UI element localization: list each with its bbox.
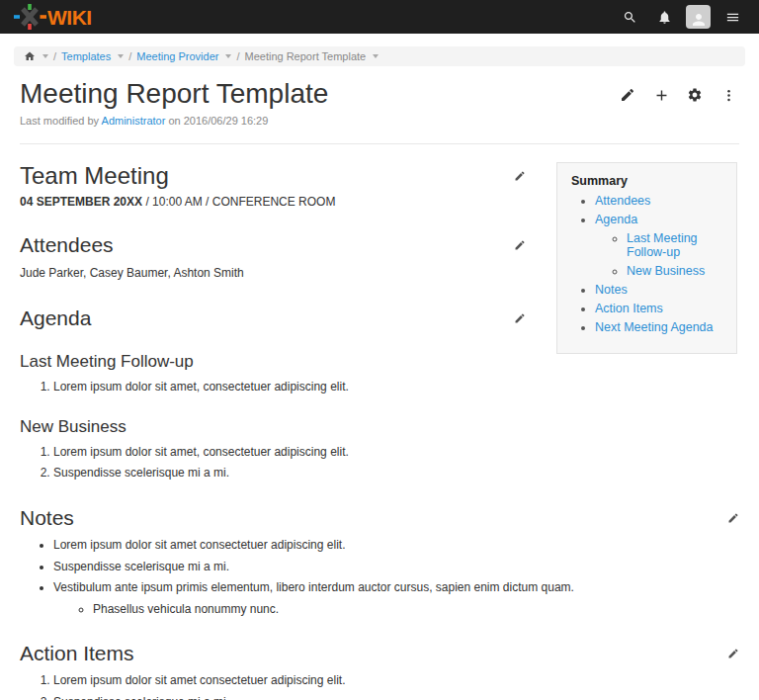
section-heading: Attendees [20, 233, 114, 257]
breadcrumb: / Templates / Meeting Provider / Meeting… [14, 46, 745, 66]
section-attendees: Attendees Jude Parker, Casey Baumer, Ash… [20, 233, 526, 282]
notes-sublist: Phasellus vehicula nonummy nunc. [53, 602, 739, 618]
xwiki-x-logo-icon [14, 4, 46, 30]
summary-link-notes[interactable]: Notes [595, 283, 628, 297]
section-last-meeting-follow-up: Last Meeting Follow-up Lorem ipsum dolor… [20, 352, 739, 395]
list-item: Action Items [595, 302, 726, 315]
breadcrumb-separator: / [53, 50, 56, 62]
section-heading: Notes [20, 506, 74, 530]
breadcrumb-item-current: Meeting Report Template [244, 50, 366, 62]
section-heading: Action Items [20, 642, 134, 665]
templates-caret-icon[interactable] [118, 54, 124, 58]
edit-page-button[interactable] [617, 84, 638, 106]
search-icon[interactable] [617, 4, 642, 30]
modified-user-link[interactable]: Administrator [102, 115, 166, 127]
new-business-list: Lorem ipsum dolor sit amet, consectetuer… [20, 445, 739, 481]
summary-link-agenda[interactable]: Agenda [595, 213, 637, 226]
last-meeting-follow-up-list: Lorem ipsum dolor sit amet, consectetuer… [20, 380, 739, 395]
page-title: Meeting Report Template [20, 78, 328, 110]
summary-link-last-meeting-follow-up[interactable]: Last Meeting Follow-up [627, 231, 698, 259]
meeting-time-location: / 10:00 AM / CONFERENCE ROOM [142, 195, 335, 209]
meeting-date-line: 04 SEPTEMBER 20XX / 10:00 AM / CONFERENC… [20, 195, 526, 209]
summary-link-attendees[interactable]: Attendees [595, 194, 650, 208]
list-item: New Business [627, 264, 726, 278]
list-item: Lorem ipsum dolor sit amet consectetuer … [53, 538, 739, 554]
summary-title: Summary [571, 174, 726, 188]
edit-section-icon[interactable] [514, 239, 526, 251]
breadcrumb-item-templates[interactable]: Templates [61, 50, 111, 62]
action-items-list: Lorem ipsum dolor sit amet consectetuer … [20, 673, 739, 700]
page: WIKI / Templates / Meeting Provider [0, 0, 759, 700]
breadcrumb-separator: / [128, 50, 131, 62]
section-heading: Team Meeting [20, 162, 169, 190]
top-navbar: WIKI [0, 0, 759, 34]
section-new-business: New Business Lorem ipsum dolor sit amet,… [20, 417, 739, 481]
section-heading: Last Meeting Follow-up [20, 352, 739, 372]
list-item: Agenda Last Meeting Follow-up New Busine… [595, 213, 726, 278]
list-item: Suspendisse scelerisque mi a mi. [53, 560, 739, 575]
user-avatar-button[interactable] [686, 5, 711, 29]
list-item: Next Meeting Agenda [595, 320, 726, 334]
summary-panel: Summary Attendees Agenda Last Meeting Fo… [556, 162, 737, 354]
section-heading: Agenda [20, 306, 91, 330]
hamburger-menu-icon[interactable] [719, 4, 745, 30]
list-item: Lorem ipsum dolor sit amet, consectetuer… [53, 445, 739, 461]
edit-section-icon[interactable] [727, 648, 739, 659]
list-item: Vestibulum ante ipsum primis elementum, … [53, 580, 739, 617]
meeting-date: 04 SEPTEMBER 20XX [20, 195, 142, 209]
last-modified-line: Last modified by Administrator on 2016/0… [20, 115, 739, 127]
kebab-menu-icon [721, 88, 736, 103]
list-item: Lorem ipsum dolor sit amet, consectetuer… [53, 380, 739, 395]
attendees-names: Jude Parker, Casey Baumer, Ashton Smith [20, 264, 526, 282]
more-actions-button[interactable] [717, 84, 739, 106]
create-page-button[interactable] [650, 84, 672, 106]
home-icon[interactable] [24, 50, 36, 62]
home-caret-icon[interactable] [42, 54, 48, 58]
top-sections: Team Meeting 04 SEPTEMBER 20XX / 10:00 A… [20, 162, 526, 330]
section-agenda: Agenda [20, 306, 526, 330]
breadcrumb-separator: / [236, 50, 239, 62]
section-notes: Notes Lorem ipsum dolor sit amet consect… [20, 506, 739, 617]
section-action-items: Action Items Lorem ipsum dolor sit amet … [20, 642, 739, 700]
current-page-caret-icon[interactable] [373, 54, 379, 58]
summary-link-next-meeting-agenda[interactable]: Next Meeting Agenda [595, 320, 714, 334]
page-actions [617, 78, 739, 106]
user-avatar-icon [690, 11, 708, 29]
edit-section-icon[interactable] [727, 512, 739, 524]
gear-icon [687, 87, 703, 103]
summary-sublist: Last Meeting Follow-up New Business [595, 231, 726, 278]
list-item: Suspendisse scelerisque mi a mi. [53, 466, 739, 481]
settings-button[interactable] [684, 84, 706, 106]
summary-link-new-business[interactable]: New Business [627, 264, 705, 278]
navbar-actions [617, 4, 745, 30]
edit-section-icon[interactable] [514, 170, 526, 182]
section-heading: New Business [20, 417, 739, 437]
section-team-meeting: Team Meeting 04 SEPTEMBER 20XX / 10:00 A… [20, 162, 526, 209]
document-content: Summary Attendees Agenda Last Meeting Fo… [0, 144, 759, 700]
summary-link-action-items[interactable]: Action Items [595, 302, 663, 315]
edit-section-icon[interactable] [514, 312, 526, 324]
page-header: Meeting Report Template Last modified by… [0, 66, 759, 144]
meeting-provider-caret-icon[interactable] [225, 54, 231, 58]
xwiki-logo-text: WIKI [47, 7, 92, 28]
notifications-bell-icon[interactable] [651, 4, 677, 30]
modified-suffix: on 2016/06/29 16:29 [168, 115, 268, 127]
list-item: Attendees [595, 194, 726, 208]
list-item: Phasellus vehicula nonummy nunc. [93, 602, 739, 618]
plus-icon [653, 87, 670, 104]
list-item: Notes [595, 283, 726, 297]
list-item: Lorem ipsum dolor sit amet consectetuer … [53, 673, 739, 689]
list-item-text: Vestibulum ante ipsum primis elementum, … [53, 580, 574, 594]
modified-prefix: Last modified by [20, 115, 99, 127]
xwiki-logo[interactable]: WIKI [14, 4, 92, 30]
list-item: Suspendisse scelerisque mi a mi [53, 695, 739, 700]
pencil-icon [620, 87, 635, 103]
summary-list: Attendees Agenda Last Meeting Follow-up … [571, 194, 726, 334]
breadcrumb-item-meeting-provider[interactable]: Meeting Provider [136, 50, 218, 62]
list-item: Last Meeting Follow-up [627, 231, 726, 259]
notes-list: Lorem ipsum dolor sit amet consectetuer … [20, 538, 739, 617]
